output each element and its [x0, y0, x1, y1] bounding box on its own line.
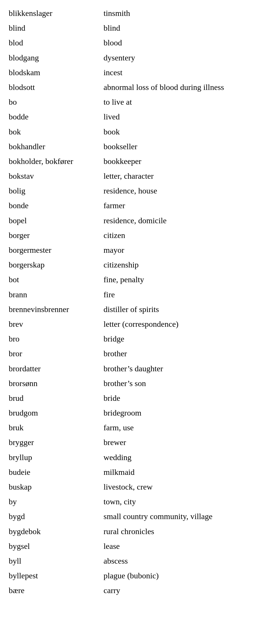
norwegian-word: bok [9, 124, 104, 139]
norwegian-word: bygsel [9, 539, 104, 553]
table-row: bærecarry [9, 583, 269, 598]
table-row: borgermestermayor [9, 243, 269, 257]
table-row: boddelived [9, 109, 269, 124]
english-translation: small country community, village [104, 509, 269, 524]
norwegian-word: byll [9, 553, 104, 568]
table-row: borgercitizen [9, 228, 269, 243]
norwegian-word: buskap [9, 479, 104, 494]
english-translation: brewer [104, 435, 269, 450]
table-row: byllepestplague (bubonic) [9, 568, 269, 583]
norwegian-word: blod [9, 35, 104, 50]
english-translation: bridegroom [104, 405, 269, 420]
table-row: brudgombridegroom [9, 405, 269, 420]
table-row: brudbride [9, 391, 269, 405]
english-translation: blood [104, 35, 269, 50]
table-row: blindblind [9, 21, 269, 35]
norwegian-word: borger [9, 228, 104, 243]
table-row: borgerskapcitizenship [9, 257, 269, 272]
table-row: bryllupwedding [9, 450, 269, 465]
table-row: bygsellease [9, 539, 269, 553]
english-translation: abnormal loss of blood during illness [104, 80, 269, 95]
table-row: bopelresidence, domicile [9, 213, 269, 228]
english-translation: brother’s daughter [104, 361, 269, 376]
norwegian-word: brev [9, 317, 104, 331]
table-row: bokstavletter, character [9, 169, 269, 183]
table-row: bokhandlerbookseller [9, 139, 269, 154]
norwegian-word: bopel [9, 213, 104, 228]
norwegian-word: bygdebok [9, 524, 104, 539]
english-translation: plague (bubonic) [104, 568, 269, 583]
norwegian-word: borgermester [9, 243, 104, 257]
english-translation: incest [104, 65, 269, 80]
norwegian-word: bodde [9, 109, 104, 124]
english-translation: distiller of spirits [104, 302, 269, 317]
english-translation: book [104, 124, 269, 139]
norwegian-word: bokstav [9, 169, 104, 183]
table-row: boligresidence, house [9, 183, 269, 198]
english-translation: brother’s son [104, 376, 269, 391]
norwegian-word: bot [9, 272, 104, 287]
norwegian-word: bære [9, 583, 104, 598]
english-translation: lived [104, 109, 269, 124]
table-row: blodblood [9, 35, 269, 50]
norwegian-word: borgerskap [9, 257, 104, 272]
table-row: brennevinsbrennerdistiller of spirits [9, 302, 269, 317]
table-row: brannfire [9, 287, 269, 302]
norwegian-word: byllepest [9, 568, 104, 583]
norwegian-word: bokholder, bokfører [9, 154, 104, 169]
norwegian-word: brudgom [9, 405, 104, 420]
table-row: blikkenslagertinsmith [9, 6, 269, 21]
norwegian-word: brennevinsbrenner [9, 302, 104, 317]
table-row: brorbrother [9, 346, 269, 361]
table-row: brorsønnbrother’s son [9, 376, 269, 391]
english-translation: bridge [104, 331, 269, 346]
norwegian-word: bo [9, 95, 104, 109]
english-translation: brother [104, 346, 269, 361]
english-translation: farm, use [104, 420, 269, 435]
english-translation: town, city [104, 494, 269, 509]
english-translation: bookseller [104, 139, 269, 154]
norwegian-word: brorsønn [9, 376, 104, 391]
english-translation: wedding [104, 450, 269, 465]
english-translation: fire [104, 287, 269, 302]
norwegian-word: blodgang [9, 50, 104, 65]
english-translation: rural chronicles [104, 524, 269, 539]
english-translation: abscess [104, 553, 269, 568]
english-translation: lease [104, 539, 269, 553]
english-translation: blind [104, 21, 269, 35]
norwegian-word: bygd [9, 509, 104, 524]
norwegian-word: blind [9, 21, 104, 35]
norwegian-word: brygger [9, 435, 104, 450]
table-row: brordatterbrother’s daughter [9, 361, 269, 376]
english-translation: to live at [104, 95, 269, 109]
table-row: budeiemilkmaid [9, 465, 269, 479]
table-row: boto live at [9, 95, 269, 109]
english-translation: residence, domicile [104, 213, 269, 228]
norwegian-word: brud [9, 391, 104, 405]
table-row: blodsottabnormal loss of blood during il… [9, 80, 269, 95]
norwegian-word: brann [9, 287, 104, 302]
table-row: bokbook [9, 124, 269, 139]
norwegian-word: by [9, 494, 104, 509]
table-row: bygdebokrural chronicles [9, 524, 269, 539]
norwegian-word: budeie [9, 465, 104, 479]
table-row: bondefarmer [9, 198, 269, 213]
english-translation: letter, character [104, 169, 269, 183]
norwegian-word: bruk [9, 420, 104, 435]
norwegian-word: bokhandler [9, 139, 104, 154]
english-translation: milkmaid [104, 465, 269, 479]
table-row: buskaplivestock, crew [9, 479, 269, 494]
english-translation: dysentery [104, 50, 269, 65]
english-translation: farmer [104, 198, 269, 213]
norwegian-word: blodsott [9, 80, 104, 95]
dictionary-table: blikkenslagertinsmithblindblindblodblood… [9, 6, 269, 598]
table-row: byllabscess [9, 553, 269, 568]
english-translation: livestock, crew [104, 479, 269, 494]
table-row: bryggerbrewer [9, 435, 269, 450]
english-translation: letter (correspondence) [104, 317, 269, 331]
norwegian-word: blikkenslager [9, 6, 104, 21]
norwegian-word: bryllup [9, 450, 104, 465]
table-row: bytown, city [9, 494, 269, 509]
norwegian-word: bonde [9, 198, 104, 213]
norwegian-word: bror [9, 346, 104, 361]
